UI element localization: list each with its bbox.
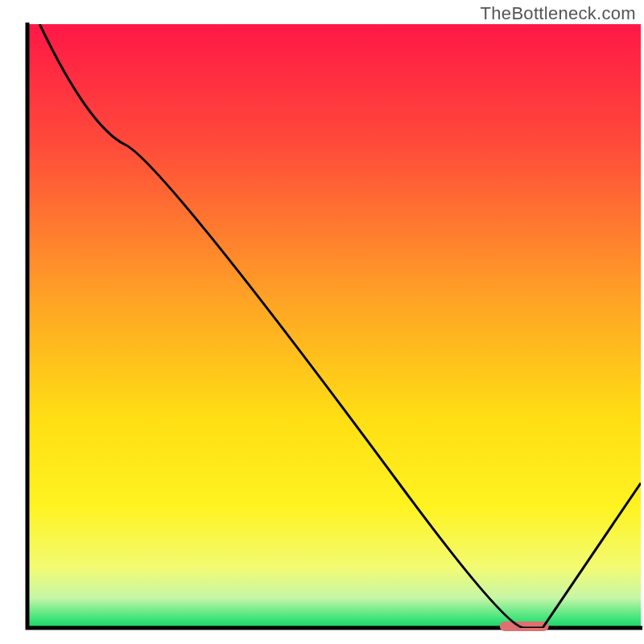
optimal-marker [500,621,549,631]
watermark-text: TheBottleneck.com [481,3,636,24]
chart-svg [0,0,644,644]
gradient-background [27,24,641,628]
chart-canvas: TheBottleneck.com [0,0,644,644]
